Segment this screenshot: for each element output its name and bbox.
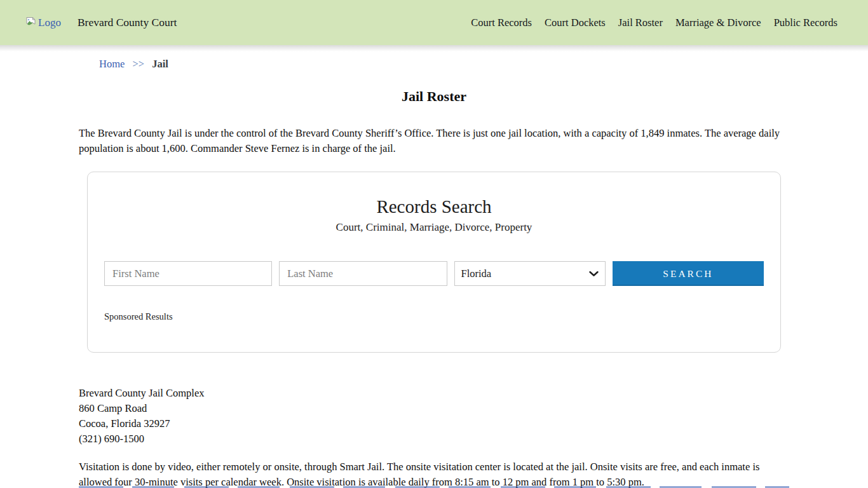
nav-marriage-divorce[interactable]: Marriage & Divorce <box>675 17 761 29</box>
nav-court-dockets[interactable]: Court Dockets <box>545 17 606 29</box>
main-nav: Court Records Court Dockets Jail Roster … <box>471 17 837 29</box>
site-header: Logo Brevard County Court Court Records … <box>0 0 868 45</box>
nav-public-records[interactable]: Public Records <box>774 17 837 29</box>
nav-jail-roster[interactable]: Jail Roster <box>618 17 663 29</box>
jail-city-state-zip: Cocoa, Florida 32927 <box>79 416 789 431</box>
header-shadow <box>0 45 868 51</box>
intro-paragraph: The Brevard County Jail is under the con… <box>79 126 789 156</box>
sponsored-results-label: Sponsored Results <box>104 311 764 322</box>
first-name-input[interactable] <box>104 261 272 286</box>
breadcrumb-current: Jail <box>152 58 168 70</box>
search-card-title: Records Search <box>104 196 764 217</box>
search-card-subtitle: Court, Criminal, Marriage, Divorce, Prop… <box>104 221 764 234</box>
site-title[interactable]: Brevard County Court <box>78 16 177 29</box>
jail-street: 860 Camp Road <box>79 401 789 416</box>
breadcrumb-home-link[interactable]: Home <box>99 58 125 70</box>
logo-alt-text: Logo <box>38 17 61 29</box>
records-search-card: Records Search Court, Criminal, Marriage… <box>87 172 781 353</box>
search-form-row: Florida SEARCH <box>104 261 764 286</box>
breadcrumb: Home >> Jail <box>79 58 789 71</box>
state-select-wrap: Florida <box>454 261 606 286</box>
breadcrumb-separator: >> <box>132 58 144 70</box>
main-content: Home >> Jail Jail Roster The Brevard Cou… <box>79 58 789 488</box>
jail-address-block: Brevard County Jail Complex 860 Camp Roa… <box>79 386 789 447</box>
nav-court-records[interactable]: Court Records <box>471 17 532 29</box>
logo-link[interactable]: Logo <box>25 17 61 29</box>
jail-name: Brevard County Jail Complex <box>79 386 789 401</box>
last-name-input[interactable] <box>279 261 447 286</box>
page-title: Jail Roster <box>79 88 789 105</box>
jail-phone: (321) 690-1500 <box>79 431 789 447</box>
broken-image-icon <box>25 17 36 29</box>
search-button[interactable]: SEARCH <box>613 261 764 286</box>
state-select[interactable]: Florida <box>454 261 606 286</box>
visitation-paragraph: Visitation is done by video, either remo… <box>79 459 789 488</box>
